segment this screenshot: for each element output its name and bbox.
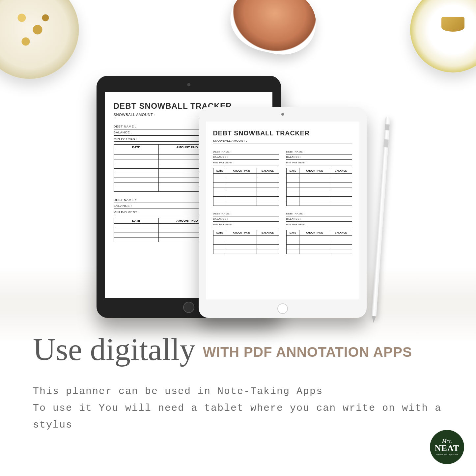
doc-title: DEBT SNOWBALL TRACKER: [213, 129, 352, 137]
debt-table: DATE AMOUNT PAID BALANCE: [286, 230, 352, 254]
col-date: DATE: [114, 145, 159, 150]
debt-fields: DEBT NAME : BALANCE : MIN PAYMENT :: [213, 211, 279, 227]
table-row: [213, 249, 279, 254]
tablet-home-button-icon: [277, 303, 288, 314]
table-row: [213, 187, 279, 192]
field-balance: BALANCE :: [286, 216, 352, 222]
table-row: [286, 187, 352, 192]
col-balance: BALANCE: [330, 230, 352, 236]
stylus-pencil-icon: [372, 116, 390, 317]
debt-block: DEBT NAME : BALANCE : MIN PAYMENT : DATE…: [213, 149, 279, 206]
debt-fields: DEBT NAME : BALANCE : MIN PAYMENT :: [213, 149, 279, 165]
field-min-payment: MIN PAYMENT :: [213, 222, 279, 227]
col-date: DATE: [114, 218, 159, 224]
gold-trinket-dish: [410, 0, 476, 72]
table-row: [286, 192, 352, 197]
field-debt-name: DEBT NAME :: [286, 211, 352, 216]
gold-clips-bowl: [0, 0, 79, 79]
table-row: [286, 174, 352, 178]
doc-subtitle: SNOWBALL AMOUNT :: [213, 139, 352, 144]
table-row: [213, 178, 279, 183]
tablet-mockup-stage: DEBT SNOWBALL TRACKER SNOWBALL AMOUNT : …: [90, 76, 386, 323]
headline-body: This planner can be used in Note-Taking …: [33, 383, 456, 434]
table-row: [286, 197, 352, 201]
table-row: [286, 201, 352, 206]
col-amount-paid: AMOUNT PAID: [299, 230, 330, 236]
headline-copy: Use digitally WITH PDF ANNOTATION APPS T…: [33, 333, 456, 434]
tablet-white: DEBT SNOWBALL TRACKER SNOWBALL AMOUNT : …: [199, 107, 367, 318]
debt-fields: DEBT NAME : BALANCE : MIN PAYMENT :: [286, 149, 352, 165]
tablet-camera-icon: [281, 113, 284, 116]
table-row: [213, 236, 279, 240]
tablet-home-button-icon: [183, 302, 194, 313]
debt-block-row: DEBT NAME : BALANCE : MIN PAYMENT : DATE…: [213, 144, 352, 206]
field-min-payment: MIN PAYMENT :: [286, 222, 352, 227]
debt-block: DEBT NAME : BALANCE : MIN PAYMENT : DATE…: [286, 149, 352, 206]
table-row: [213, 245, 279, 249]
headline-script: Use digitally: [33, 336, 195, 363]
debt-table: DATE AMOUNT PAID BALANCE: [286, 168, 352, 206]
table-row: [213, 192, 279, 197]
field-debt-name: DEBT NAME :: [213, 149, 279, 154]
col-balance: BALANCE: [257, 230, 279, 236]
table-row: [213, 174, 279, 178]
table-row: [213, 240, 279, 245]
table-row: [286, 183, 352, 187]
debt-table: DATE AMOUNT PAID BALANCE: [213, 230, 279, 254]
table-row: [286, 249, 352, 254]
logo-line1: Mrs.: [442, 438, 452, 444]
body-line: To use it You will need a tablet where y…: [33, 400, 456, 434]
col-date: DATE: [213, 230, 226, 236]
headline-subhead: WITH PDF ANNOTATION APPS: [203, 344, 412, 360]
logo-line2: NEAT: [435, 444, 459, 453]
logo-tagline: Planner and Inspiration: [436, 454, 458, 456]
table-row: [213, 201, 279, 206]
copper-leaf-decor: [225, 0, 322, 61]
col-date: DATE: [286, 230, 299, 236]
col-amount-paid: AMOUNT PAID: [226, 168, 257, 174]
field-min-payment: MIN PAYMENT :: [286, 160, 352, 165]
col-date: DATE: [213, 168, 226, 174]
field-balance: BALANCE :: [213, 216, 279, 222]
field-min-payment: MIN PAYMENT :: [213, 160, 279, 165]
body-line: This planner can be used in Note-Taking …: [33, 383, 456, 400]
field-debt-name: DEBT NAME :: [213, 211, 279, 216]
col-amount-paid: AMOUNT PAID: [299, 168, 330, 174]
col-balance: BALANCE: [257, 168, 279, 174]
debt-block-row: DEBT NAME : BALANCE : MIN PAYMENT : DATE…: [213, 206, 352, 254]
debt-block: DEBT NAME : BALANCE : MIN PAYMENT : DATE…: [286, 211, 352, 254]
col-balance: BALANCE: [330, 168, 352, 174]
debt-fields: DEBT NAME : BALANCE : MIN PAYMENT :: [286, 211, 352, 227]
tablet-camera-icon: [187, 83, 190, 86]
field-balance: BALANCE :: [213, 154, 279, 160]
table-row: [286, 245, 352, 249]
table-row: [286, 236, 352, 240]
debt-block: DEBT NAME : BALANCE : MIN PAYMENT : DATE…: [213, 211, 279, 254]
tablet-white-screen: DEBT SNOWBALL TRACKER SNOWBALL AMOUNT : …: [206, 122, 359, 299]
brand-logo: Mrs. NEAT Planner and Inspiration: [430, 430, 464, 464]
table-row: [286, 240, 352, 245]
col-amount-paid: AMOUNT PAID: [226, 230, 257, 236]
field-debt-name: DEBT NAME :: [286, 149, 352, 154]
table-row: [286, 178, 352, 183]
field-balance: BALANCE :: [286, 154, 352, 160]
table-row: [213, 183, 279, 187]
debt-table: DATE AMOUNT PAID BALANCE: [213, 168, 279, 206]
table-row: [213, 197, 279, 201]
col-date: DATE: [286, 168, 299, 174]
